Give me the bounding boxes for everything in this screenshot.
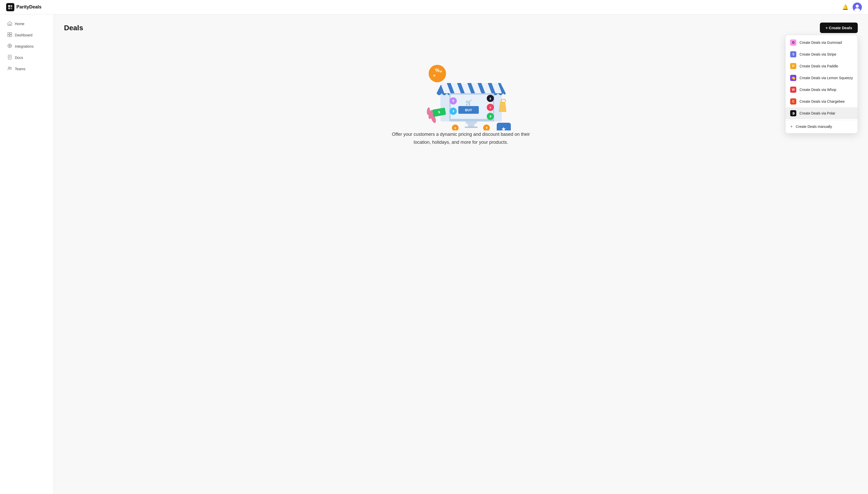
hero-description: Offer your customers a dynamic pricing a…	[392, 130, 530, 146]
svg-rect-2	[8, 7, 10, 9]
dropdown-label-gumroad: Create Deals via Gumroad	[800, 40, 842, 44]
brand-name: ParityDeals	[16, 4, 41, 10]
sidebar: Home Dashboard Integrations Docs Teams	[0, 14, 54, 494]
create-deals-dropdown: G Create Deals via Gumroad S Create Deal…	[785, 35, 858, 133]
gumroad-icon: G	[790, 39, 796, 45]
dropdown-item-gumroad[interactable]: G Create Deals via Gumroad	[786, 37, 857, 49]
dropdown-item-whop[interactable]: W Create Deals via Whop	[786, 84, 857, 96]
create-deals-button[interactable]: + Create Deals	[820, 22, 858, 33]
brand-logo-icon	[6, 3, 14, 11]
dropdown-item-chargebee[interactable]: C Create Deals via Chargebee	[786, 96, 857, 107]
svg-point-31	[440, 71, 442, 73]
svg-text:₽: ₽	[490, 115, 492, 118]
dropdown-label-chargebee: Create Deals via Chargebee	[800, 99, 845, 103]
sidebar-item-teams[interactable]: Teams	[2, 63, 52, 74]
svg-rect-3	[11, 7, 12, 9]
sidebar-item-docs-label: Docs	[15, 56, 23, 60]
whop-icon: W	[790, 87, 796, 93]
dropdown-divider	[786, 120, 857, 120]
stripe-icon: S	[790, 51, 796, 57]
dropdown-label-whop: Create Deals via Whop	[800, 88, 836, 92]
manual-plus-icon: +	[790, 124, 792, 129]
page-header: Deals + Create Deals	[64, 22, 858, 33]
top-nav: ParityDeals 🔔	[0, 0, 868, 14]
user-avatar[interactable]	[853, 3, 862, 12]
svg-text:₮: ₮	[452, 110, 454, 113]
integrations-icon	[7, 43, 12, 49]
sidebar-item-home-label: Home	[15, 22, 24, 26]
dropdown-item-stripe[interactable]: S Create Deals via Stripe	[786, 49, 857, 60]
dropdown-label-lemon: Create Deals via Lemon Squeezy	[800, 76, 853, 80]
svg-rect-7	[9, 24, 11, 25]
sidebar-item-integrations[interactable]: Integrations	[2, 41, 52, 52]
dropdown-item-lemon[interactable]: 🍋 Create Deals via Lemon Squeezy	[786, 72, 857, 84]
svg-point-23	[10, 68, 12, 69]
svg-text:★: ★	[501, 126, 506, 130]
dropdown-label-manual: Create Deals manually	[796, 125, 832, 129]
home-icon	[7, 21, 12, 27]
dropdown-label-paddle: Create Deals via Paddle	[800, 64, 838, 68]
dropdown-item-paddle[interactable]: P Create Deals via Paddle	[786, 60, 857, 72]
sidebar-item-integrations-label: Integrations	[15, 44, 34, 49]
svg-text:¥: ¥	[490, 106, 491, 109]
svg-rect-9	[10, 33, 12, 34]
sidebar-item-docs[interactable]: Docs	[2, 52, 52, 63]
svg-rect-65	[465, 127, 477, 128]
dropdown-item-polar[interactable]: ◑ Create Deals via Polar	[786, 107, 857, 119]
store-illustration: % BUY 🛒	[399, 43, 522, 130]
svg-point-22	[8, 67, 10, 69]
hero-area: % BUY 🛒	[64, 43, 858, 146]
paddle-icon: P	[790, 63, 796, 69]
svg-text:₹: ₹	[486, 127, 488, 130]
dropdown-label-polar: Create Deals via Polar	[800, 111, 835, 115]
sidebar-item-dashboard[interactable]: Dashboard	[2, 30, 52, 40]
svg-text:₿: ₿	[490, 97, 491, 100]
svg-point-13	[9, 45, 11, 46]
svg-point-5	[856, 5, 859, 8]
svg-text:%: %	[435, 68, 440, 73]
dropdown-item-manual[interactable]: + Create Deals manually	[786, 121, 857, 132]
notifications-icon[interactable]: 🔔	[842, 4, 849, 10]
page-title: Deals	[64, 24, 83, 32]
teams-icon	[7, 66, 12, 72]
dashboard-icon	[7, 32, 12, 38]
svg-rect-63	[466, 121, 477, 124]
main-content: Deals + Create Deals G Create Deals via …	[54, 14, 868, 494]
lemon-icon: 🍋	[790, 75, 796, 81]
svg-rect-8	[8, 33, 9, 34]
docs-icon	[7, 55, 12, 60]
svg-point-30	[433, 75, 435, 77]
polar-icon: ◑	[790, 110, 796, 116]
chargebee-icon: C	[790, 98, 796, 104]
sidebar-item-home[interactable]: Home	[2, 18, 52, 29]
sidebar-item-teams-label: Teams	[15, 67, 25, 71]
brand-logo-area[interactable]: ParityDeals	[6, 3, 41, 11]
svg-text:$: $	[454, 127, 456, 130]
svg-rect-11	[10, 35, 12, 37]
svg-rect-1	[11, 5, 12, 7]
svg-text:🛒: 🛒	[466, 99, 472, 106]
svg-rect-0	[8, 5, 10, 7]
svg-rect-10	[8, 35, 9, 37]
svg-text:₹: ₹	[452, 99, 454, 103]
sidebar-item-dashboard-label: Dashboard	[15, 33, 33, 37]
dropdown-label-stripe: Create Deals via Stripe	[800, 52, 836, 56]
svg-text:BUY: BUY	[465, 108, 472, 112]
topnav-right: 🔔	[842, 3, 862, 12]
